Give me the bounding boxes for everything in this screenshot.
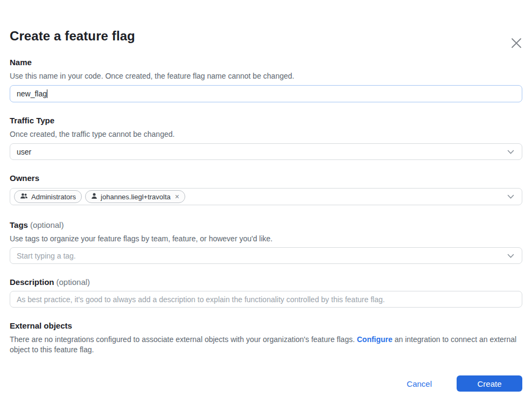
group-icon xyxy=(20,193,28,201)
configure-link[interactable]: Configure xyxy=(357,335,393,344)
close-button[interactable] xyxy=(509,37,523,51)
tags-select[interactable]: Start typing a tag. xyxy=(10,247,522,264)
owner-chip-administrators: Administrators xyxy=(14,190,82,203)
person-icon xyxy=(91,193,97,201)
page-title: Create a feature flag xyxy=(10,28,522,44)
cancel-button[interactable]: Cancel xyxy=(393,376,446,392)
chevron-down-icon xyxy=(507,192,514,201)
owners-chip-list: Administrators johannes.liegl+travolta × xyxy=(14,190,185,203)
external-objects-text-before: There are no integrations configured to … xyxy=(10,335,357,344)
external-objects-label: External objects xyxy=(10,322,522,330)
tags-placeholder: Start typing a tag. xyxy=(17,252,76,260)
tags-label-text: Tags xyxy=(10,220,28,229)
create-feature-flag-modal: Create a feature flag Name Use this name… xyxy=(0,28,532,411)
modal-footer: Cancel Create xyxy=(10,375,522,392)
owner-chip-label: Administrators xyxy=(31,193,76,201)
create-button[interactable]: Create xyxy=(457,375,522,392)
owners-select[interactable]: Administrators johannes.liegl+travolta × xyxy=(10,188,522,205)
traffic-type-label: Traffic Type xyxy=(10,116,522,125)
description-label: Description(optional) xyxy=(10,278,522,287)
name-label: Name xyxy=(10,58,522,67)
external-objects-text: There are no integrations configured to … xyxy=(10,335,522,355)
chevron-down-icon xyxy=(507,148,514,156)
tags-field-group: Tags(optional) Use tags to organize your… xyxy=(10,221,522,264)
description-field-group: Description(optional) xyxy=(10,278,522,308)
traffic-type-select[interactable]: user xyxy=(10,143,522,160)
name-input-value: new_flag xyxy=(17,89,47,98)
description-label-text: Description xyxy=(10,277,54,287)
tags-optional-text: (optional) xyxy=(30,220,64,229)
name-field-group: Name Use this name in your code. Once cr… xyxy=(10,58,522,102)
text-cursor xyxy=(47,89,47,98)
tags-help-text: Use tags to organize your feature flags … xyxy=(10,234,522,243)
chevron-down-icon xyxy=(507,252,514,260)
traffic-type-help-text: Once created, the traffic type cannot be… xyxy=(10,130,522,138)
owners-label: Owners xyxy=(10,174,522,183)
remove-owner-icon[interactable]: × xyxy=(175,193,179,200)
tags-label: Tags(optional) xyxy=(10,221,522,229)
description-input[interactable] xyxy=(10,291,522,308)
traffic-type-field-group: Traffic Type Once created, the traffic t… xyxy=(10,116,522,160)
traffic-type-selected-value: user xyxy=(17,148,31,156)
external-objects-group: External objects There are no integratio… xyxy=(10,322,522,355)
owners-field-group: Owners Administrators xyxy=(10,174,522,205)
name-help-text: Use this name in your code. Once created… xyxy=(10,72,522,80)
owner-chip-label: johannes.liegl+travolta xyxy=(101,193,171,201)
name-input[interactable]: new_flag xyxy=(10,85,522,102)
owner-chip-user: johannes.liegl+travolta × xyxy=(85,190,185,203)
description-optional-text: (optional) xyxy=(57,277,90,287)
close-icon xyxy=(510,37,522,51)
